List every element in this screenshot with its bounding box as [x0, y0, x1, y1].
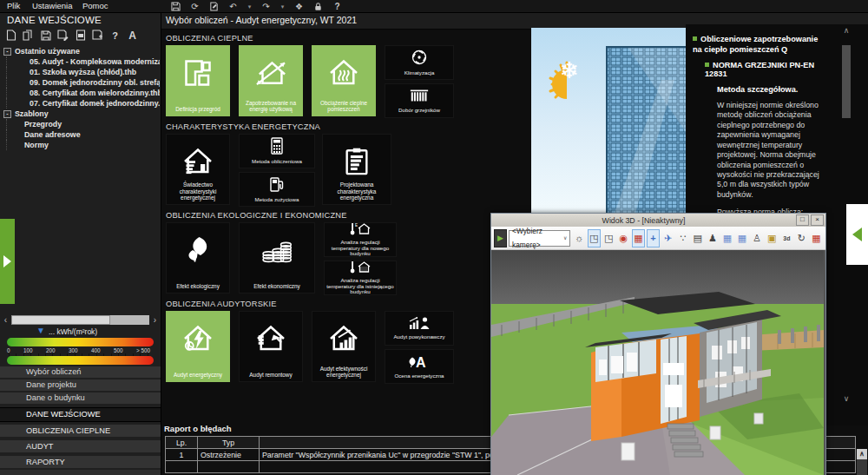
scroll-up-icon[interactable]: ∧: [840, 26, 852, 35]
tree-item[interactable]: 09. Domek jednorodzinny obl. strefą.thb: [6, 77, 160, 88]
nav-dane-wejsciowe[interactable]: DANE WEJŚCIOWE: [0, 407, 161, 422]
tree-item[interactable]: Normy: [6, 140, 160, 150]
info-heading-2: NORMA GRZEJNIKI PN-EN 12831: [705, 61, 825, 78]
copy-document-icon[interactable]: [22, 29, 35, 42]
lock-icon[interactable]: [312, 1, 324, 12]
bullet-square-icon: [705, 63, 709, 67]
tile-zapotrzebowanie[interactable]: Zapotrzebowanie na energię użytkową: [239, 45, 303, 116]
tile-efekt-ekonomiczny[interactable]: Efekt ekonomiczny: [239, 222, 315, 294]
pan-button[interactable]: +: [647, 229, 660, 247]
tile-swiadectwo[interactable]: Świadectwo charakterystyki energetycznej: [166, 134, 230, 205]
undo-icon[interactable]: ↶: [227, 1, 239, 12]
tree-item[interactable]: 07. Certyfikat domek jednorodzinny.thb: [6, 98, 160, 109]
svg-text:E: E: [355, 222, 358, 227]
save-icon[interactable]: [170, 1, 181, 12]
font-icon[interactable]: A: [126, 29, 139, 42]
tile-klimatyzacja[interactable]: Klimatyzacja: [385, 45, 454, 80]
menu-plik[interactable]: Plik: [7, 1, 20, 10]
tile-audyt-powykonawczy[interactable]: Audyt powykonawczy: [385, 311, 454, 346]
scroll-right-icon[interactable]: ›: [149, 314, 161, 326]
tile-analiza-istniejacy[interactable]: Analiza regulacji temperatury dla istnie…: [324, 261, 397, 295]
document-edit-icon[interactable]: [208, 1, 220, 12]
table-vertical-scrollbar[interactable]: ∧: [857, 449, 867, 475]
camera-select[interactable]: <Wybierz kamerę>∨: [509, 230, 570, 247]
scene-settings-button[interactable]: ▶: [494, 229, 507, 247]
tree-item[interactable]: Przegrody: [6, 119, 160, 129]
snapshot-button[interactable]: ▣: [766, 229, 779, 247]
tree-group-templates[interactable]: - Szablony: [3, 109, 160, 119]
view3d-viewport[interactable]: [491, 250, 825, 475]
walk-mode-button[interactable]: ∵: [676, 229, 689, 247]
horizontal-scrollbar[interactable]: ‹ ›: [0, 314, 161, 326]
scroll-left-icon[interactable]: ‹: [0, 314, 11, 326]
close-icon[interactable]: ×: [811, 214, 824, 226]
menu-pomoc[interactable]: Pomoc: [82, 1, 108, 10]
light-button[interactable]: ☼: [572, 229, 585, 247]
scrollbar-thumb[interactable]: [11, 315, 110, 325]
help-star-icon[interactable]: ?: [108, 29, 122, 42]
nav-obliczenia-cieplne[interactable]: OBLICZENIA CIEPLNE: [0, 425, 161, 437]
cell-lp: 1: [166, 449, 198, 461]
tile-projektowana[interactable]: Projektowana charakterystyka energetyczn…: [322, 134, 391, 205]
tile-dobor-grzejnikow[interactable]: Dobór grzejników: [385, 83, 454, 118]
3d-export-button[interactable]: 3d: [780, 229, 793, 247]
undo-caret-icon[interactable]: ▾: [247, 1, 253, 12]
refresh-icon[interactable]: ⟳: [189, 1, 201, 12]
orbit-camera-button[interactable]: ◉: [617, 229, 630, 247]
render-mode-button[interactable]: ▦: [632, 229, 645, 247]
collapse-icon[interactable]: -: [3, 110, 11, 118]
package-icon[interactable]: ❖: [293, 1, 305, 12]
tree-group-recent[interactable]: - Ostatnio używane: [3, 46, 160, 56]
fly-mode-button[interactable]: ✈: [661, 229, 674, 247]
new-document-icon[interactable]: [4, 29, 17, 42]
tile-audyt-efektywnosci[interactable]: Audyt efektywności energetycznej: [312, 311, 376, 382]
expand-panel-button[interactable]: [0, 219, 15, 304]
collapse-icon[interactable]: -: [3, 48, 11, 56]
tile-label: Audyt remontowy: [241, 372, 300, 379]
save-template-icon[interactable]: [91, 29, 104, 42]
save-as-icon[interactable]: [56, 29, 69, 42]
tree-item[interactable]: 05. Audyt - Kompleksowa modernizacja: [6, 56, 160, 67]
tile-metoda-zuzyciowa[interactable]: Metoda zużyciowa: [239, 172, 315, 207]
tile-efekt-ekologiczny[interactable]: Efekt ekologiczny: [166, 222, 230, 294]
column-header-lp[interactable]: Lp.: [166, 437, 198, 449]
nav-wybor-obliczen[interactable]: Wybór obliczeń: [0, 366, 161, 378]
tile-ocena-energetyczna[interactable]: A Ocena energetyczna: [385, 349, 454, 384]
tree-item[interactable]: 08. Certyfikat dom wielorodzinny.thb: [6, 88, 160, 98]
redo-caret-icon[interactable]: ▾: [279, 1, 286, 12]
scrollbar-track[interactable]: [11, 315, 149, 325]
column-header-typ[interactable]: Typ: [198, 437, 260, 449]
save-file-icon[interactable]: [39, 29, 52, 42]
rotate-view-button[interactable]: ↻: [795, 229, 808, 247]
nav-audyt[interactable]: AUDYT: [0, 440, 161, 452]
layers-button[interactable]: ▦: [720, 229, 733, 247]
observer-button[interactable]: ♙: [751, 229, 764, 247]
nav-dane-projektu[interactable]: Dane projektu: [0, 379, 161, 391]
tree-item[interactable]: Dane adresowe: [6, 129, 160, 140]
person-view-button[interactable]: ♟: [706, 229, 719, 247]
tile-audyt-energetyczny[interactable]: Audyt energetyczny: [166, 311, 230, 382]
help-icon[interactable]: ?: [332, 1, 343, 12]
redo-icon[interactable]: ↷: [260, 1, 272, 12]
materials-button[interactable]: ▦: [736, 229, 749, 247]
tile-analiza-nowy[interactable]: E Analiza regulacji temperatury dla nowe…: [324, 222, 397, 257]
tree-item[interactable]: 01. Szkoła wyższa (chłód).thb: [6, 67, 160, 77]
grid-display-button[interactable]: ▦: [810, 229, 823, 247]
levels-button[interactable]: ▤: [691, 229, 704, 247]
menu-ustawienia[interactable]: Ustawienia: [32, 1, 72, 10]
collapse-panel-button[interactable]: [846, 204, 868, 265]
zoom-extents-button[interactable]: ◳: [588, 229, 601, 247]
tile-definicja-przegrod[interactable]: Definicja przegród: [166, 45, 230, 116]
tile-metoda-obliczeniowa[interactable]: Metoda obliczeniowa: [239, 134, 315, 168]
document-image-icon[interactable]: [74, 29, 87, 42]
nav-dane-o-budynku[interactable]: Dane o budynku: [0, 393, 161, 404]
building-illustration: ❄: [531, 28, 686, 213]
scroll-up-icon[interactable]: ∧: [857, 449, 867, 459]
scrollbar-thumb[interactable]: [842, 45, 851, 118]
nav-raporty[interactable]: RAPORTY: [0, 456, 161, 468]
tile-obciazenie-cieplne[interactable]: Obciążenie cieplne pomieszczeń: [312, 45, 376, 116]
zoom-window-button[interactable]: ◳: [602, 229, 615, 247]
tile-audyt-remontowy[interactable]: Audyt remontowy: [239, 311, 303, 382]
maximize-icon[interactable]: □: [796, 214, 809, 226]
scroll-down-icon[interactable]: ∨: [840, 394, 852, 403]
